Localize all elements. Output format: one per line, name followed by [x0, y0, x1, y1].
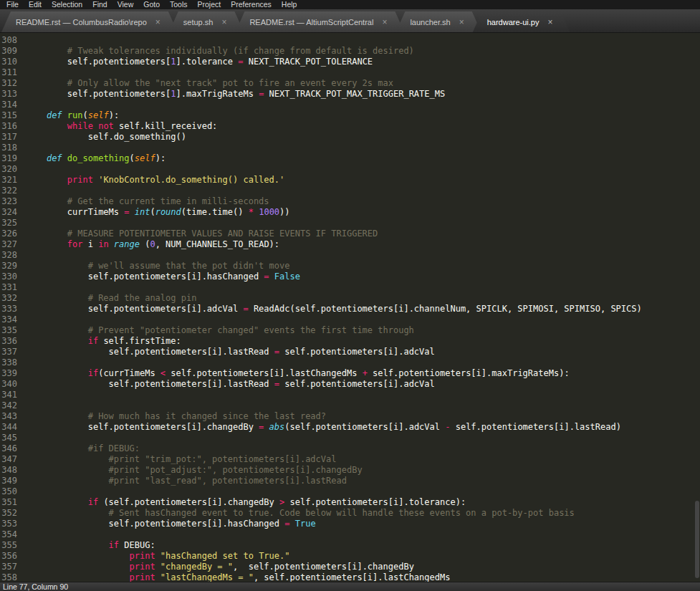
line-number[interactable]: 318 — [0, 143, 26, 153]
line-number[interactable]: 330 — [0, 272, 26, 282]
menu-item-help[interactable]: Help — [277, 0, 302, 9]
tab-launcher-sh[interactable]: launcher.sh× — [395, 11, 481, 32]
line-number[interactable]: 345 — [0, 433, 26, 443]
code-line[interactable]: 320 — [0, 164, 700, 175]
line-number[interactable]: 340 — [0, 379, 26, 390]
line-number[interactable]: 342 — [0, 400, 26, 411]
code-line[interactable]: 313 self.potentiometers[1].maxTrigRateMs… — [0, 89, 700, 100]
line-number[interactable]: 319 — [0, 153, 26, 164]
tab-readme-rst-altiumscriptcentral[interactable]: README.rst — AltiumScriptCentral× — [235, 11, 404, 32]
line-number[interactable]: 315 — [0, 110, 26, 121]
code-line[interactable]: 331 — [0, 282, 700, 293]
line-number[interactable]: 338 — [0, 357, 26, 368]
line-number[interactable]: 341 — [0, 390, 26, 400]
line-number[interactable]: 329 — [0, 261, 26, 272]
line-number[interactable]: 321 — [0, 175, 26, 186]
menu-item-file[interactable]: File — [1, 0, 24, 9]
code-line[interactable]: 325 — [0, 218, 700, 229]
line-number[interactable]: 347 — [0, 454, 26, 465]
code-line[interactable]: 311 — [0, 67, 700, 78]
menu-item-selection[interactable]: Selection — [47, 0, 87, 9]
tab-setup-sh[interactable]: setup.sh× — [169, 11, 244, 32]
line-number[interactable]: 322 — [0, 186, 26, 196]
line-number[interactable]: 353 — [0, 519, 26, 529]
menu-item-view[interactable]: View — [112, 0, 139, 9]
menu-item-edit[interactable]: Edit — [24, 0, 47, 9]
code-line[interactable]: 341 — [0, 390, 700, 400]
tab-close-icon[interactable]: × — [155, 18, 160, 27]
menu-item-tools[interactable]: Tools — [165, 0, 193, 9]
code-line[interactable]: 345 — [0, 433, 700, 443]
line-number[interactable]: 352 — [0, 508, 26, 519]
scrollbar-thumb[interactable] — [695, 501, 699, 578]
code-line[interactable]: 328 — [0, 250, 700, 261]
code-line[interactable]: 323 # Get the current time in milli-seco… — [0, 196, 700, 207]
code-line[interactable]: 344 self.potentiometers[i].changedBy = a… — [0, 422, 700, 433]
line-number[interactable]: 343 — [0, 411, 26, 422]
code-line[interactable]: 355 if DEBUG: — [0, 540, 700, 551]
code-line[interactable]: 319 def do_something(self): — [0, 153, 700, 164]
code-line[interactable]: 333 self.potentiometers[i].adcVal = Read… — [0, 304, 700, 314]
line-number[interactable]: 324 — [0, 207, 26, 218]
tab-close-icon[interactable]: × — [547, 18, 552, 27]
line-number[interactable]: 310 — [0, 57, 26, 67]
code-line[interactable]: 314 — [0, 100, 700, 110]
line-number[interactable]: 356 — [0, 551, 26, 562]
line-number[interactable]: 308 — [0, 35, 26, 46]
line-number[interactable]: 332 — [0, 293, 26, 304]
code-line[interactable]: 350 — [0, 486, 700, 497]
code-editor[interactable]: 308309 # Tweak tolerances individually (… — [0, 33, 700, 582]
line-number[interactable]: 348 — [0, 465, 26, 476]
menu-item-preferences[interactable]: Preferences — [226, 0, 277, 9]
line-number[interactable]: 309 — [0, 46, 26, 57]
line-number[interactable]: 336 — [0, 336, 26, 347]
code-line[interactable]: 317 self.do_something() — [0, 132, 700, 143]
code-line[interactable]: 324 currTimeMs = int(round(time.time() *… — [0, 207, 700, 218]
menu-item-project[interactable]: Project — [193, 0, 226, 9]
line-number[interactable]: 331 — [0, 282, 26, 293]
line-number[interactable]: 333 — [0, 304, 26, 314]
tab-hardware-ui-py[interactable]: hardware-ui.py× — [473, 11, 570, 32]
line-number[interactable]: 328 — [0, 250, 26, 261]
code-line[interactable]: 340 self.potentiometers[i].lastRead = se… — [0, 379, 700, 390]
line-number[interactable]: 357 — [0, 562, 26, 572]
line-number[interactable]: 314 — [0, 100, 26, 110]
line-number[interactable]: 323 — [0, 196, 26, 207]
code-line[interactable]: 352 # Sent hasChanged event to true. Cod… — [0, 508, 700, 519]
code-line[interactable]: 309 # Tweak tolerances individually (if … — [0, 46, 700, 57]
code-line[interactable]: 321 print 'KnobControl.do_something() ca… — [0, 175, 700, 186]
menu-item-find[interactable]: Find — [87, 0, 112, 9]
code-line[interactable]: 335 # Prevent "potentiometer changed" ev… — [0, 325, 700, 336]
code-line[interactable]: 334 — [0, 314, 700, 325]
menu-item-goto[interactable]: Goto — [138, 0, 165, 9]
line-number[interactable]: 349 — [0, 476, 26, 486]
line-number[interactable]: 355 — [0, 540, 26, 551]
tab-close-icon[interactable]: × — [221, 18, 226, 27]
code-line[interactable]: 308 — [0, 35, 700, 46]
line-number[interactable]: 316 — [0, 121, 26, 132]
line-number[interactable]: 334 — [0, 314, 26, 325]
code-line[interactable]: 339 if(currTimeMs < self.potentiometers[… — [0, 368, 700, 379]
line-number[interactable]: 354 — [0, 529, 26, 540]
code-line[interactable]: 336 if self.firstTime: — [0, 336, 700, 347]
code-line[interactable]: 354 — [0, 529, 700, 540]
line-number[interactable]: 317 — [0, 132, 26, 143]
line-number[interactable]: 350 — [0, 486, 26, 497]
code-line[interactable]: 326 # MEASURE POTENTIOMETER VALUES AND R… — [0, 229, 700, 239]
code-line[interactable]: 316 while not self.kill_received: — [0, 121, 700, 132]
code-line[interactable]: 348 #print "pot_adjust:", potentiometers… — [0, 465, 700, 476]
line-number[interactable]: 344 — [0, 422, 26, 433]
code-line[interactable]: 312 # Only allow the "next track" pot to… — [0, 78, 700, 89]
code-line[interactable]: 318 — [0, 143, 700, 153]
code-line[interactable]: 338 — [0, 357, 700, 368]
code-line[interactable]: 337 self.potentiometers[i].lastRead = se… — [0, 347, 700, 357]
code-line[interactable]: 330 self.potentiometers[i].hasChanged = … — [0, 272, 700, 282]
code-line[interactable]: 332 # Read the analog pin — [0, 293, 700, 304]
line-number[interactable]: 358 — [0, 572, 26, 582]
code-line[interactable]: 349 #print "last_read", potentiometers[i… — [0, 476, 700, 486]
code-line[interactable]: 351 if (self.potentiometers[i].changedBy… — [0, 497, 700, 508]
code-line[interactable]: 346 #if DEBUG: — [0, 443, 700, 454]
code-line[interactable]: 357 print "changedBy = ", self.potentiom… — [0, 562, 700, 572]
line-number[interactable]: 346 — [0, 443, 26, 454]
scrollbar[interactable] — [694, 33, 700, 582]
